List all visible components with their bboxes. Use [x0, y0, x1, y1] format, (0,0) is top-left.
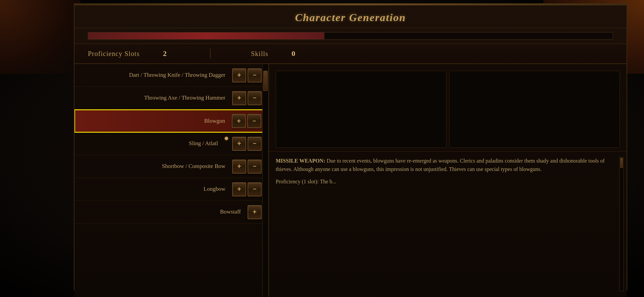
weapon-name-throwing-axe: Throwing Axe / Throwing Hammer	[80, 94, 232, 102]
btn-group-bowstaff: +	[248, 205, 262, 219]
weapon-item-throwing-axe[interactable]: Throwing Axe / Throwing Hammer + −	[74, 87, 268, 110]
progress-area	[74, 28, 627, 44]
description-type-label: MISSILE WEAPON:	[276, 158, 325, 164]
weapon-item-sling[interactable]: Sling / Atlatl + −	[74, 132, 268, 155]
throwing-axe-minus-button[interactable]: −	[248, 91, 262, 105]
proficiency-slots-value: 2	[160, 49, 170, 58]
blowgun-plus-button[interactable]: +	[232, 114, 246, 128]
btn-group-longbow: + −	[232, 182, 262, 196]
progress-bar-fill	[88, 33, 324, 39]
info-panel: MISSILE WEAPON: Due to recent events, bl…	[269, 64, 627, 297]
weapon-list-scrollbar[interactable]	[262, 64, 268, 297]
stat-divider	[210, 49, 211, 59]
title-bar: Character Generation	[74, 5, 627, 28]
shortbow-minus-button[interactable]: −	[248, 160, 262, 174]
description-area: MISSILE WEAPON: Due to recent events, bl…	[269, 151, 627, 297]
weapon-item-blowgun[interactable]: Blowgun + −	[74, 110, 268, 132]
sling-plus-button[interactable]: +	[232, 137, 246, 151]
sling-minus-button[interactable]: −	[248, 137, 262, 151]
longbow-plus-button[interactable]: +	[232, 182, 246, 196]
shortbow-plus-button[interactable]: +	[232, 160, 246, 174]
btn-group-sling: + −	[225, 137, 262, 151]
description-scrollbar[interactable]	[619, 157, 624, 291]
proficiency-slots-label: Proficiency Slots	[88, 50, 140, 58]
content-area: Dart / Throwing Knife / Throwing Dagger …	[74, 64, 627, 297]
weapon-name-shortbow: Shortbow / Composite Bow	[80, 163, 232, 170]
weapon-name-dart: Dart / Throwing Knife / Throwing Dagger	[80, 71, 232, 79]
weapon-name-blowgun: Blowgun	[80, 117, 232, 125]
btn-group-shortbow: + −	[232, 160, 262, 174]
longbow-minus-button[interactable]: −	[248, 182, 262, 196]
corner-decoration-left	[0, 0, 80, 74]
dart-plus-button[interactable]: +	[232, 68, 246, 82]
weapon-list-panel: Dart / Throwing Knife / Throwing Dagger …	[74, 64, 269, 297]
bowstaff-plus-button[interactable]: +	[248, 205, 262, 219]
info-box-left	[276, 71, 446, 148]
weapon-item-bowstaff[interactable]: Bowstaff +	[74, 201, 268, 224]
blowgun-minus-button[interactable]: −	[247, 114, 261, 128]
sling-dot-icon	[225, 137, 228, 140]
weapon-item-shortbow[interactable]: Shortbow / Composite Bow + −	[74, 155, 268, 178]
dart-minus-button[interactable]: −	[248, 68, 262, 82]
throwing-axe-plus-button[interactable]: +	[232, 91, 246, 105]
weapon-list-scroll-thumb[interactable]	[263, 71, 268, 91]
stat-group: Proficiency Slots 2 Skills 0	[88, 49, 613, 59]
weapon-name-longbow: Longbow	[80, 185, 232, 193]
weapon-name-bowstaff: Bowstaff	[80, 208, 248, 216]
weapon-name-sling: Sling / Atlatl	[80, 140, 225, 147]
skills-label: Skills	[251, 50, 268, 58]
stats-bar: Proficiency Slots 2 Skills 0	[74, 44, 627, 64]
description-text: MISSILE WEAPON: Due to recent events, bl…	[276, 157, 620, 174]
weapon-item-dart[interactable]: Dart / Throwing Knife / Throwing Dagger …	[74, 64, 268, 87]
btn-group-throwing-axe: + −	[232, 91, 262, 105]
description-scroll-thumb[interactable]	[620, 158, 623, 168]
progress-bar-container	[88, 32, 613, 40]
skills-value: 0	[288, 49, 299, 58]
btn-group-blowgun: + −	[232, 114, 261, 128]
info-boxes	[269, 64, 627, 151]
page-title: Character Generation	[295, 11, 406, 23]
weapon-item-longbow[interactable]: Longbow + −	[74, 178, 268, 201]
info-box-right	[449, 71, 620, 148]
main-panel: Character Generation Proficiency Slots 2…	[74, 3, 627, 290]
description-body: Due to recent events, blowguns have re-e…	[276, 158, 605, 172]
btn-group-dart: + −	[232, 68, 262, 82]
description-proficiency: Proficiency (1 slot): The b...	[276, 178, 620, 186]
